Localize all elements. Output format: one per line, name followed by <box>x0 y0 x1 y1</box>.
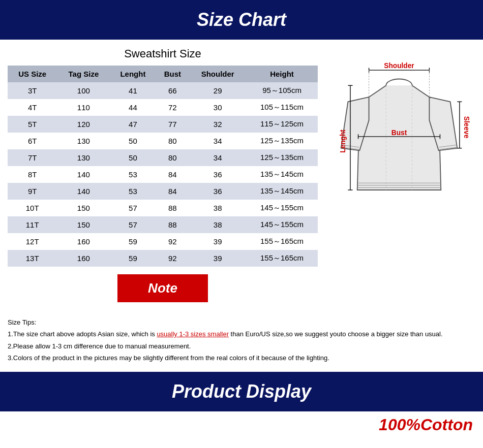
table-cell: 92 <box>156 233 189 250</box>
table-section: Sweatshirt Size US Size Tag Size Lenght … <box>8 45 318 307</box>
table-row: 5T120477732115～125cm <box>8 116 318 133</box>
table-cell: 125～135cm <box>246 133 318 149</box>
col-shoulder: Shoulder <box>189 66 246 82</box>
note-button: Note <box>117 274 208 302</box>
table-cell: 39 <box>189 250 246 267</box>
table-cell: 155～165cm <box>246 250 318 267</box>
table-cell: 145～155cm <box>246 216 318 233</box>
sweatshirt-size-title: Sweatshirt Size <box>8 47 318 60</box>
table-cell: 38 <box>189 200 246 216</box>
table-cell: 57 <box>110 216 156 233</box>
table-cell: 13T <box>8 250 57 267</box>
table-cell: 145～155cm <box>246 200 318 216</box>
table-cell: 53 <box>110 166 156 183</box>
tips-section: Size Tips: 1.The size chart above adopts… <box>0 312 483 372</box>
tips-line1: 1.The size chart above adopts Asian size… <box>8 328 475 340</box>
table-cell: 12T <box>8 233 57 250</box>
col-length: Lenght <box>110 66 156 82</box>
footer-banner: Product Display <box>0 372 483 411</box>
table-cell: 150 <box>57 216 110 233</box>
table-row: 10T150578838145～155cm <box>8 200 318 216</box>
table-cell: 7T <box>8 149 57 166</box>
note-section: Note <box>8 267 318 307</box>
table-cell: 125～135cm <box>246 149 318 166</box>
table-cell: 155～165cm <box>246 233 318 250</box>
table-cell: 130 <box>57 149 110 166</box>
tips-line1-before: 1.The size chart above adopts Asian size… <box>8 330 157 338</box>
table-cell: 30 <box>189 99 246 116</box>
table-cell: 92 <box>156 250 189 267</box>
col-tag-size: Tag Size <box>57 66 110 82</box>
svg-text:Bust: Bust <box>391 129 407 137</box>
table-cell: 100 <box>57 82 110 99</box>
table-cell: 77 <box>156 116 189 133</box>
header-banner: Size Chart <box>0 0 483 40</box>
table-cell: 4T <box>8 99 57 116</box>
col-height: Height <box>246 66 318 82</box>
table-cell: 38 <box>189 216 246 233</box>
tips-line2: 2.Please allow 1-3 cm difference due to … <box>8 340 475 352</box>
table-cell: 80 <box>156 133 189 149</box>
table-row: 9T140538436135～145cm <box>8 183 318 200</box>
table-row: 11T150578838145～155cm <box>8 216 318 233</box>
table-cell: 32 <box>189 116 246 133</box>
tips-line1-after: than Euro/US size,so we suggest youto ch… <box>229 330 443 338</box>
table-cell: 53 <box>110 183 156 200</box>
table-cell: 29 <box>189 82 246 99</box>
table-cell: 140 <box>57 166 110 183</box>
table-cell: 39 <box>189 233 246 250</box>
table-cell: 115～125cm <box>246 116 318 133</box>
table-cell: 140 <box>57 183 110 200</box>
table-cell: 50 <box>110 133 156 149</box>
table-row: 7T130508034125～135cm <box>8 149 318 166</box>
table-cell: 84 <box>156 183 189 200</box>
cotton-label: 100%Cotton <box>0 411 483 438</box>
size-table: US Size Tag Size Lenght Bust Shoulder He… <box>8 66 318 267</box>
col-bust: Bust <box>156 66 189 82</box>
table-cell: 41 <box>110 82 156 99</box>
svg-text:Lenght: Lenght <box>339 130 347 153</box>
table-row: 6T130508034125～135cm <box>8 133 318 149</box>
tips-highlight: usually 1-3 sizes smaller <box>157 330 229 338</box>
table-cell: 80 <box>156 149 189 166</box>
table-cell: 135～145cm <box>246 183 318 200</box>
table-cell: 84 <box>156 166 189 183</box>
table-cell: 9T <box>8 183 57 200</box>
table-cell: 5T <box>8 116 57 133</box>
table-cell: 110 <box>57 99 110 116</box>
col-us-size: US Size <box>8 66 57 82</box>
svg-text:Sleeve: Sleeve <box>463 116 470 139</box>
main-content: Sweatshirt Size US Size Tag Size Lenght … <box>0 40 483 312</box>
table-cell: 3T <box>8 82 57 99</box>
table-cell: 160 <box>57 233 110 250</box>
table-cell: 44 <box>110 99 156 116</box>
table-cell: 160 <box>57 250 110 267</box>
table-cell: 36 <box>189 166 246 183</box>
table-row: 13T160599239155～165cm <box>8 250 318 267</box>
table-row: 4T110447230105～115cm <box>8 99 318 116</box>
table-cell: 130 <box>57 133 110 149</box>
table-cell: 120 <box>57 116 110 133</box>
table-cell: 36 <box>189 183 246 200</box>
table-cell: 59 <box>110 250 156 267</box>
table-cell: 59 <box>110 233 156 250</box>
table-cell: 34 <box>189 133 246 149</box>
table-cell: 95～105cm <box>246 82 318 99</box>
diagram-section: Shoulder Bust Lenght <box>323 45 475 307</box>
table-cell: 10T <box>8 200 57 216</box>
table-cell: 66 <box>156 82 189 99</box>
table-row: 8T140538436135～145cm <box>8 166 318 183</box>
svg-text:Shoulder: Shoulder <box>384 62 414 70</box>
table-cell: 50 <box>110 149 156 166</box>
table-row: 3T10041662995～105cm <box>8 82 318 99</box>
table-cell: 34 <box>189 149 246 166</box>
table-header-row: US Size Tag Size Lenght Bust Shoulder He… <box>8 66 318 82</box>
table-cell: 57 <box>110 200 156 216</box>
table-cell: 11T <box>8 216 57 233</box>
sweatshirt-diagram: Shoulder Bust Lenght <box>328 60 470 222</box>
table-cell: 47 <box>110 116 156 133</box>
table-cell: 72 <box>156 99 189 116</box>
tips-title: Size Tips: <box>8 316 475 328</box>
table-cell: 135～145cm <box>246 166 318 183</box>
tips-line3: 3.Colors of the product in the pictures … <box>8 352 475 364</box>
